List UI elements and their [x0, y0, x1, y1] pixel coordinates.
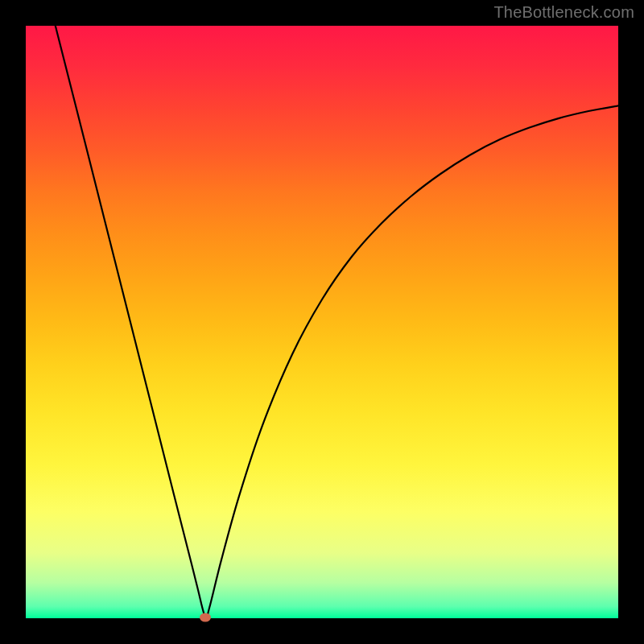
- minimum-point-marker: [200, 613, 211, 621]
- watermark-text: TheBottleneck.com: [493, 3, 634, 22]
- bottleneck-curve: [26, 26, 618, 618]
- plot-area: [26, 26, 618, 618]
- chart-frame: TheBottleneck.com: [0, 0, 644, 644]
